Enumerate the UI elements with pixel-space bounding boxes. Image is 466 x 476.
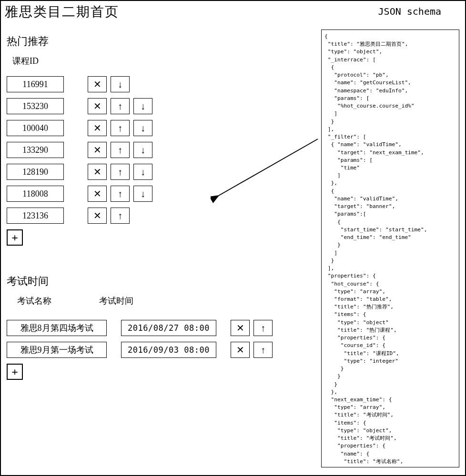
hot-course-title: 热门推荐 [7,34,312,49]
course-row: 153230✕↑↓ [7,98,312,114]
add-exam-button[interactable]: + [7,364,23,380]
delete-button[interactable]: ✕ [88,208,107,224]
delete-button[interactable]: ✕ [88,120,107,136]
exam-name-cell[interactable]: 雅思9月第一场考试 [7,342,107,358]
move-up-button[interactable]: ↑ [253,320,273,336]
move-down-button[interactable]: ↓ [133,120,152,136]
exam-row: 雅思8月第四场考试2016/08/27 08:00✕↑ [7,320,312,336]
move-down-button[interactable]: ↓ [133,164,152,180]
move-up-button[interactable]: ↑ [111,164,130,180]
exam-section-title: 考试时间 [7,274,312,288]
move-down-button[interactable]: ↓ [133,186,152,202]
exam-list: 雅思8月第四场考试2016/08/27 08:00✕↑雅思9月第一场考试2016… [7,320,312,358]
course-id-cell[interactable]: 133290 [7,142,64,158]
exam-row: 雅思9月第一场考试2016/09/03 08:00✕↑ [7,342,312,358]
course-row: 118008✕↑↓ [7,186,312,202]
delete-button[interactable]: ✕ [88,142,107,158]
move-down-button[interactable]: ↓ [133,142,152,158]
move-up-button[interactable]: ↑ [111,142,130,158]
page-title: 雅思类目二期首页 [5,3,119,21]
move-up-button[interactable]: ↑ [111,186,130,202]
add-course-button[interactable]: + [7,229,23,246]
course-id-cell[interactable]: 128190 [7,164,64,180]
delete-button[interactable]: ✕ [231,342,250,358]
course-id-cell[interactable]: 153230 [7,98,64,114]
delete-button[interactable]: ✕ [88,164,107,180]
exam-time-cell[interactable]: 2016/08/27 08:00 [121,320,216,336]
delete-button[interactable]: ✕ [88,186,107,202]
hot-course-list: 116991✕↓153230✕↑↓100040✕↑↓133290✕↑↓12819… [7,76,312,224]
exam-time-cell[interactable]: 2016/09/03 08:00 [121,342,216,358]
course-id-cell[interactable]: 100040 [7,120,64,136]
move-down-button[interactable]: ↓ [111,76,130,92]
course-row: 116991✕↓ [7,76,312,92]
hot-course-column: 课程ID [12,55,312,67]
course-row: 123136✕↑ [7,208,312,224]
exam-col-name: 考试名称 [17,295,51,307]
delete-button[interactable]: ✕ [88,76,107,92]
course-id-cell[interactable]: 118008 [7,186,64,202]
delete-button[interactable]: ✕ [231,320,250,336]
course-row: 100040✕↑↓ [7,120,312,136]
move-up-button[interactable]: ↑ [253,342,273,358]
exam-name-cell[interactable]: 雅思8月第四场考试 [7,320,107,336]
course-row: 133290✕↑↓ [7,142,312,158]
move-up-button[interactable]: ↑ [111,208,130,224]
json-schema-box: { "title": "雅思类目二期首页", "type": "object",… [321,30,459,467]
delete-button[interactable]: ✕ [88,98,107,114]
exam-col-time: 考试时间 [99,295,133,307]
diagram-frame: 雅思类目二期首页 JSON schema 热门推荐 课程ID 116991✕↓1… [0,0,466,476]
schema-label: JSON schema [378,6,441,17]
move-up-button[interactable]: ↑ [111,98,130,114]
course-id-cell[interactable]: 116991 [7,76,64,92]
course-row: 128190✕↑↓ [7,164,312,180]
move-down-button[interactable]: ↓ [133,98,152,114]
form-area: 热门推荐 课程ID 116991✕↓153230✕↑↓100040✕↑↓1332… [7,30,312,380]
move-up-button[interactable]: ↑ [111,120,130,136]
course-id-cell[interactable]: 123136 [7,208,64,224]
